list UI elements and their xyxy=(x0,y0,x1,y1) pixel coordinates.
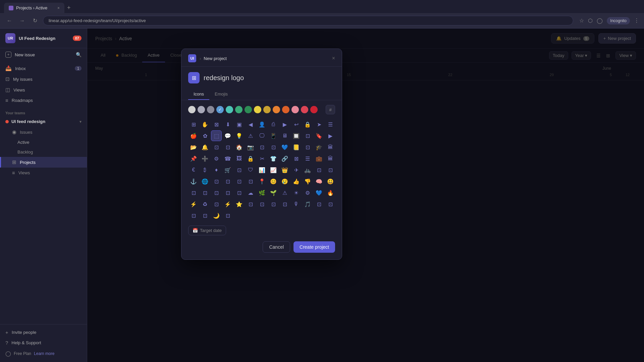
color-dot-3[interactable] xyxy=(216,106,224,113)
icon-grid-item[interactable]: ⊠ xyxy=(291,153,302,164)
icon-grid-item[interactable]: 💡 xyxy=(234,130,245,141)
menu-icon[interactable]: ⋮ xyxy=(634,17,639,24)
icon-grid-item[interactable]: ☰ xyxy=(302,153,313,164)
bookmark-icon[interactable]: ☆ xyxy=(579,17,584,24)
icon-grid-item[interactable]: ⊡ xyxy=(234,176,245,187)
icon-grid-item[interactable]: ⚙ xyxy=(302,187,313,198)
sidebar-item-issues[interactable]: ◉ Issues xyxy=(0,127,87,137)
color-dot-9[interactable] xyxy=(273,106,280,113)
icon-grid-item[interactable]: 📌 xyxy=(188,153,199,164)
icon-grid-item[interactable]: 🔒 xyxy=(302,119,313,130)
icon-grid-item[interactable]: ✿ xyxy=(200,130,210,141)
target-date-button[interactable]: 📅 Target date xyxy=(188,226,226,235)
color-dot-7[interactable] xyxy=(254,106,261,113)
icon-grid-item[interactable]: 🖥 xyxy=(279,130,290,141)
modal-tab-icons[interactable]: Icons xyxy=(188,89,209,100)
forward-button[interactable]: → xyxy=(17,16,27,25)
icon-grid-item[interactable]: 💙 xyxy=(314,187,324,198)
icon-grid-item[interactable]: ☰ xyxy=(325,119,335,130)
icon-grid-item[interactable]: 🔥 xyxy=(325,187,335,198)
icon-grid-item[interactable]: ☀ xyxy=(291,187,302,198)
icon-grid-item[interactable]: ⊡ xyxy=(222,210,233,221)
icon-grid-item[interactable]: ⊡ xyxy=(222,176,233,187)
profile-icon[interactable]: ◯ xyxy=(597,17,603,24)
sidebar-item-team-views[interactable]: ≡ Views xyxy=(0,168,87,178)
icon-grid-item[interactable]: ▶ xyxy=(279,119,290,130)
icon-grid-item[interactable]: ⚡ xyxy=(188,199,199,209)
learn-more-link[interactable]: Learn more xyxy=(34,351,54,356)
icon-grid-item[interactable]: ▣ xyxy=(234,119,245,130)
icon-grid-item[interactable]: 👕 xyxy=(268,153,279,164)
icon-grid-item[interactable]: ⊡ xyxy=(222,142,233,153)
icon-grid-item[interactable]: ✋ xyxy=(200,119,210,130)
icon-grid-item[interactable]: 😢 xyxy=(279,176,290,187)
icon-grid-item[interactable]: € xyxy=(188,165,199,175)
address-bar[interactable]: linear.app/ui-feed-redesign/team/UI/proj… xyxy=(43,16,573,25)
icon-grid-item[interactable]: ⊡ xyxy=(325,165,335,175)
icon-grid-item[interactable]: ⊡ xyxy=(188,210,199,221)
color-dot-5[interactable] xyxy=(235,106,243,113)
icon-grid-item[interactable]: ⬇ xyxy=(222,119,233,130)
icon-grid-item[interactable]: 👍 xyxy=(291,176,302,187)
icon-grid-item[interactable]: 👑 xyxy=(279,165,290,175)
sidebar-item-help[interactable]: ? Help & Support xyxy=(0,338,87,348)
icon-grid-item[interactable]: 🌿 xyxy=(257,187,267,198)
icon-grid-item[interactable]: ⚡ xyxy=(222,199,233,209)
icon-grid-item[interactable]: 🛡 xyxy=(245,165,256,175)
icon-grid-item[interactable]: 👎 xyxy=(302,176,313,187)
extension-icon[interactable]: ⬡ xyxy=(588,17,593,24)
icon-grid-item[interactable]: 🧠 xyxy=(314,176,324,187)
project-icon-button[interactable]: ⊞ xyxy=(188,72,200,83)
icon-grid-item[interactable]: ⎙ xyxy=(268,119,279,130)
icon-grid-item[interactable]: 📊 xyxy=(257,165,267,175)
icon-grid-item[interactable]: ☎ xyxy=(222,153,233,164)
icon-grid-item[interactable]: 📂 xyxy=(188,142,199,153)
icon-grid-item[interactable]: 📍 xyxy=(257,176,267,187)
icon-grid-item[interactable]: ⚠ xyxy=(245,130,256,141)
icon-grid-item[interactable]: 🌙 xyxy=(211,210,222,221)
icon-grid-item[interactable]: 🎵 xyxy=(302,199,313,209)
icon-grid-item[interactable]: ♦ xyxy=(211,165,222,175)
icon-grid-item[interactable]: ⊡ xyxy=(211,199,222,209)
icon-grid-item[interactable]: ⊡ xyxy=(245,176,256,187)
icon-grid-item[interactable]: ⊡ xyxy=(234,187,245,198)
new-issue-button[interactable]: + New issue 🔍 xyxy=(0,48,87,61)
icon-grid-item[interactable]: ⚓ xyxy=(188,176,199,187)
color-dot-2[interactable] xyxy=(207,106,214,113)
tab-close-btn[interactable]: × xyxy=(57,6,60,10)
icon-grid-item[interactable]: 🛒 xyxy=(222,165,233,175)
icon-grid-item[interactable]: 📱 xyxy=(268,130,279,141)
icon-grid-item[interactable]: ⊡ xyxy=(268,142,279,153)
sidebar-item-inbox[interactable]: 📥 Inbox 1 xyxy=(0,63,87,74)
icon-grid-item[interactable]: 🖼 xyxy=(234,153,245,164)
icon-grid-item[interactable]: ⊡ xyxy=(279,199,290,209)
color-dot-6[interactable] xyxy=(245,106,252,113)
color-dot-4[interactable] xyxy=(226,106,233,113)
icon-grid-item[interactable]: 🍎 xyxy=(188,130,199,141)
icon-grid-item[interactable]: 🌐 xyxy=(200,176,210,187)
icon-grid-item[interactable]: 📷 xyxy=(245,142,256,153)
icon-grid-item[interactable]: ⊡ xyxy=(268,199,279,209)
icon-grid-item[interactable]: ⊡ xyxy=(257,142,267,153)
icon-grid-item[interactable]: ↩ xyxy=(291,119,302,130)
sidebar-item-roadmaps[interactable]: ≡ Roadmaps xyxy=(0,95,87,106)
sidebar-item-myissues[interactable]: ⊡ My issues xyxy=(0,74,87,84)
icon-grid-item[interactable]: ⚠ xyxy=(279,187,290,198)
icon-grid-item[interactable]: ⊡ xyxy=(257,199,267,209)
icon-grid-item[interactable]: 💼 xyxy=(314,153,324,164)
sidebar-item-active[interactable]: Active xyxy=(0,137,87,147)
icon-grid-item[interactable]: ⚙ xyxy=(211,153,222,164)
icon-grid-item[interactable]: ⊡ xyxy=(188,187,199,198)
icon-grid-item[interactable]: ⊡ xyxy=(211,187,222,198)
icon-grid-item[interactable]: 💙 xyxy=(279,142,290,153)
icon-grid-item[interactable]: ⊡ xyxy=(211,176,222,187)
icon-grid-item[interactable]: ⊡ xyxy=(302,130,313,141)
icon-grid-item[interactable]: 🖵 xyxy=(257,130,267,141)
icon-grid-item[interactable]: ▶ xyxy=(325,130,335,141)
icon-grid-item[interactable]: ⊡ xyxy=(211,142,222,153)
icon-grid-item[interactable]: ⊡ xyxy=(234,165,245,175)
icon-grid-item-selected[interactable]: ⬚ xyxy=(211,130,222,141)
search-icon[interactable]: 🔍 xyxy=(76,52,82,57)
icon-grid-item[interactable]: 🏛 xyxy=(325,142,335,153)
icon-grid-item[interactable]: ➕ xyxy=(200,153,210,164)
